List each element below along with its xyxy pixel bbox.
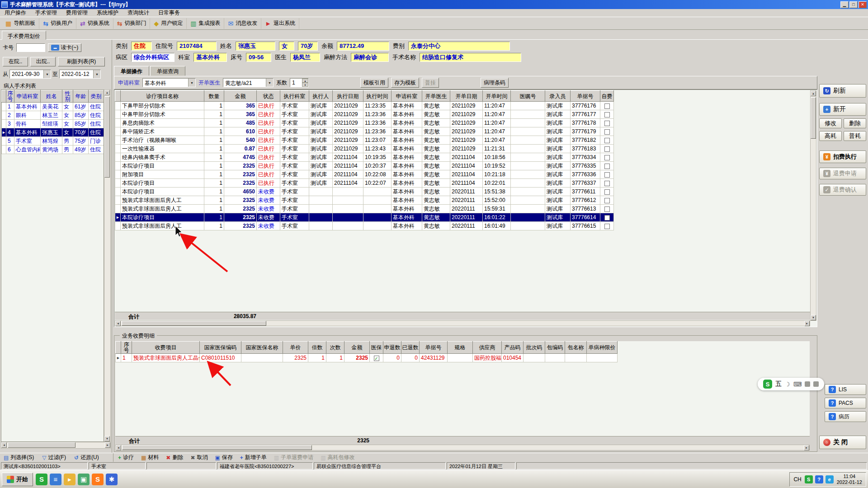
grid-cell[interactable] — [309, 213, 333, 222]
grid-cell[interactable]: 0.87 — [224, 145, 257, 153]
grid-row[interactable]: 1基本外科吴美花女61岁住院 — [2, 103, 104, 111]
grid-cell[interactable]: 37776612 — [571, 196, 600, 205]
grid-cell[interactable]: 邹煜瑛 — [41, 120, 62, 128]
settings-icon[interactable]: ✱ — [106, 474, 118, 485]
grid-cell[interactable]: 测试库 — [545, 110, 571, 119]
grid-cell[interactable]: 黄志敏 — [422, 110, 450, 119]
grid-cell[interactable]: 心血管内科 — [14, 145, 41, 154]
grid-cell[interactable]: 10:22:07 — [363, 179, 392, 188]
grid-row[interactable]: ►4基本外科张惠玉女70岁住院 — [2, 128, 104, 137]
grid-cell[interactable] — [115, 170, 121, 179]
column-header[interactable]: 执行日期 — [333, 91, 363, 102]
out-hospital-button[interactable]: 出院.. — [30, 57, 56, 66]
grid-cell[interactable]: 手术室 — [280, 222, 309, 230]
grid-cell[interactable]: 1 — [204, 170, 224, 179]
checkbox[interactable] — [604, 129, 610, 135]
grid-cell[interactable] — [115, 119, 121, 127]
new-order-button[interactable]: 新开 — [819, 103, 866, 116]
grid-cell[interactable]: 女 — [62, 128, 73, 137]
grid-cell[interactable]: 手术室 — [280, 119, 309, 127]
grid-cell[interactable] — [115, 145, 121, 153]
column-header[interactable] — [116, 342, 121, 354]
column-header[interactable]: 医嘱号 — [511, 91, 545, 102]
toolbar-message[interactable]: ✉消息收发 — [224, 18, 261, 29]
grid-cell[interactable]: 10:19:35 — [363, 153, 392, 162]
read-card-button[interactable]: 读卡(~) — [48, 43, 81, 52]
grid-cell[interactable]: 测试库 — [309, 136, 333, 145]
grid-cell[interactable]: ► — [115, 213, 121, 222]
column-header[interactable]: 执行时间 — [363, 91, 392, 102]
grid-cell[interactable] — [511, 179, 545, 188]
sogou-ime-icon[interactable]: S — [763, 380, 772, 389]
grid-cell[interactable]: 手术室 — [14, 137, 41, 145]
grid-cell[interactable]: 37776614 — [571, 213, 600, 222]
grid-cell[interactable]: 测试库 — [545, 145, 571, 153]
grid-cell[interactable]: 手术室 — [280, 188, 309, 196]
grid-row[interactable]: 鼻中隔矫正术1610已执行手术室测试库2021102911:23:36基本外科黄… — [115, 127, 614, 136]
grid-row[interactable]: 一次性输液器10.87已执行手术室测试库2021102911:23:43基本外科… — [115, 145, 614, 153]
checkbox[interactable] — [604, 138, 610, 143]
grid-cell[interactable]: 手术室 — [280, 162, 309, 170]
grid-cell[interactable]: 基本外科 — [392, 205, 422, 213]
grid-cell[interactable]: 女 — [62, 120, 73, 128]
grid-cell[interactable]: 基本外科 — [392, 179, 422, 188]
toolbar-nav-panel[interactable]: ▦导航面板 — [2, 18, 39, 29]
scroll-thumb[interactable] — [122, 321, 266, 326]
column-header[interactable]: 性别 — [62, 90, 73, 103]
grid-cell[interactable]: 1 — [308, 354, 326, 362]
scroll-right-icon[interactable] — [804, 321, 810, 326]
grid-cell[interactable]: 1 — [204, 188, 224, 196]
grid-cell[interactable]: 20211104 — [450, 162, 483, 170]
delete-order-button[interactable]: 删除 — [844, 118, 866, 128]
grid-cell[interactable]: 1 — [204, 119, 224, 127]
column-header[interactable]: 国家医保名称 — [241, 342, 283, 354]
grid-cell[interactable]: 70岁 — [73, 128, 89, 137]
grid-cell[interactable]: 男 — [62, 137, 73, 145]
checkbox[interactable] — [604, 112, 610, 117]
scroll-thumb[interactable] — [104, 96, 110, 178]
column-header[interactable]: 供应商 — [473, 342, 502, 354]
column-header[interactable]: 单据号 — [571, 91, 600, 102]
column-header[interactable]: 执行科室 — [280, 91, 309, 102]
grid-cell[interactable] — [511, 222, 545, 230]
pacs-button[interactable]: PACS — [825, 398, 866, 408]
grid-cell[interactable] — [600, 136, 614, 145]
grid-cell[interactable] — [600, 213, 614, 222]
close-button[interactable]: ✕ — [859, 1, 867, 8]
grid-row[interactable]: 下鼻甲部分切除术1365已执行手术室测试库2021102911:23:35基本外… — [115, 102, 614, 110]
grid-cell[interactable]: 20211029 — [333, 119, 363, 127]
grid-cell[interactable]: 基本外科 — [392, 162, 422, 170]
toolbar-user-lock[interactable]: ◆用户锁定 — [150, 18, 187, 29]
grid-cell[interactable] — [600, 196, 614, 205]
grid-cell[interactable]: 手术室 — [280, 205, 309, 213]
grid-cell[interactable] — [511, 110, 545, 119]
grid-cell[interactable] — [600, 188, 614, 196]
toolbar-switch-dept[interactable]: ⇆切换部门 — [113, 18, 151, 29]
grid-cell[interactable] — [600, 170, 614, 179]
grid-cell[interactable] — [363, 205, 392, 213]
grid-cell[interactable]: 黄志敏 — [422, 170, 450, 179]
grid-cell[interactable]: 住院 — [89, 111, 104, 120]
grid-cell[interactable] — [115, 136, 121, 145]
grid-row[interactable]: 经鼻内镜鼻窦手术14745已执行手术室测试库2021110410:19:35基本… — [115, 153, 614, 162]
grid-cell[interactable] — [115, 179, 121, 188]
column-header[interactable]: 年龄 — [73, 90, 89, 103]
checkbox[interactable] — [604, 215, 610, 221]
grid-cell[interactable] — [600, 119, 614, 127]
grid-cell[interactable]: 6 — [6, 145, 14, 154]
grid-cell[interactable]: 基本外科 — [14, 128, 41, 137]
grid-cell[interactable] — [600, 102, 614, 110]
grid-cell[interactable]: 黄鸿场 — [41, 145, 62, 154]
grid-cell[interactable] — [2, 137, 6, 145]
grid-cell[interactable]: 已执行 — [257, 136, 280, 145]
grid-cell[interactable] — [600, 110, 614, 119]
grid-cell[interactable] — [448, 354, 473, 362]
grid-cell[interactable]: 11:23:35 — [363, 102, 392, 110]
grid-cell[interactable]: 测试库 — [309, 179, 333, 188]
grid-cell[interactable] — [545, 354, 565, 362]
grid-cell[interactable]: 1 — [204, 127, 224, 136]
grid-cell[interactable]: 20211029 — [450, 136, 483, 145]
column-header[interactable]: 申请科室 — [392, 91, 422, 102]
grid-cell[interactable]: 测试库 — [545, 162, 571, 170]
grid-cell[interactable]: 61岁 — [73, 103, 89, 111]
